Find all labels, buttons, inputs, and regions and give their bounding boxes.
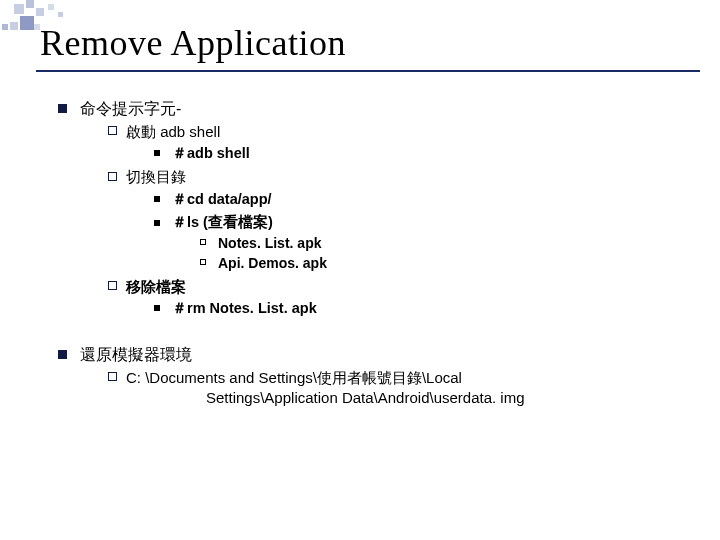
- text-noteslist-apk: Notes. List. apk: [218, 235, 321, 251]
- slide-title: Remove Application: [40, 22, 346, 64]
- text-rm-cmd: ＃rm Notes. List. apk: [172, 300, 317, 316]
- text-restore-emulator: 還原模擬器環境: [80, 346, 192, 363]
- bullet-apidemos-apk: Api. Demos. apk: [200, 254, 680, 273]
- bullet-cd-cmd: ＃cd data/app/: [154, 190, 680, 210]
- text-ls-cmd: ＃ls (查看檔案): [172, 214, 273, 230]
- text-start-adb: 啟動 adb shell: [126, 123, 220, 140]
- title-rule: [36, 70, 700, 72]
- text-remove-file: 移除檔案: [126, 278, 186, 295]
- text-cmd-prompt: 命令提示字元-: [80, 100, 181, 117]
- bullet-remove-file: 移除檔案 ＃rm Notes. List. apk: [108, 277, 680, 319]
- bullet-cmd-prompt: 命令提示字元- 啟動 adb shell ＃adb shell: [58, 98, 680, 318]
- bullet-start-adb: 啟動 adb shell ＃adb shell: [108, 122, 680, 164]
- bullet-rm-cmd: ＃rm Notes. List. apk: [154, 299, 680, 319]
- text-cd-cmd: ＃cd data/app/: [172, 191, 272, 207]
- bullet-noteslist-apk: Notes. List. apk: [200, 234, 680, 253]
- text-apidemos-apk: Api. Demos. apk: [218, 255, 327, 271]
- text-change-dir: 切換目錄: [126, 168, 186, 185]
- text-adb-shell-cmd: ＃adb shell: [172, 145, 250, 161]
- text-restore-path-1: C: \Documents and Settings\使用者帳號目錄\Local: [126, 369, 462, 386]
- bullet-restore-path: C: \Documents and Settings\使用者帳號目錄\Local…: [108, 368, 680, 409]
- bullet-adb-shell-cmd: ＃adb shell: [154, 144, 680, 164]
- bullet-restore-emulator: 還原模擬器環境 C: \Documents and Settings\使用者帳號…: [58, 344, 680, 408]
- slide-body: 命令提示字元- 啟動 adb shell ＃adb shell: [58, 96, 680, 414]
- bullet-change-dir: 切換目錄 ＃cd data/app/ ＃ls (查看檔案): [108, 167, 680, 272]
- text-restore-path-2: Settings\Application Data\Android\userda…: [206, 388, 680, 408]
- bullet-ls-cmd: ＃ls (查看檔案) Notes. List. apk Api. Demos. …: [154, 213, 680, 272]
